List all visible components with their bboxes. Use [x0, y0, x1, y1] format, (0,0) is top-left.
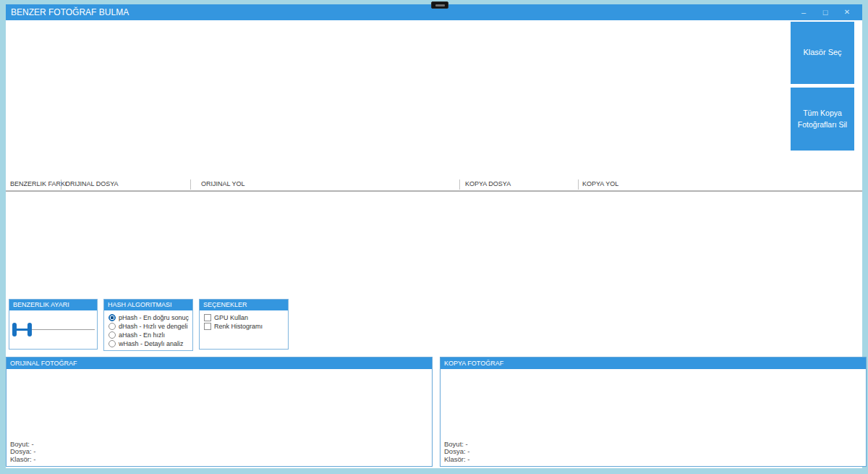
- recorder-overlay-bar: [435, 4, 445, 7]
- column-separator[interactable]: [459, 179, 460, 190]
- checkbox-icon[interactable]: [204, 323, 211, 330]
- checkbox-icon[interactable]: [204, 314, 211, 321]
- minimize-button[interactable]: –: [793, 4, 814, 20]
- results-table-header: BENZERLIK FARKI ORIJINAL DOSYA ORIJINAL …: [6, 179, 862, 190]
- hash-groupbox-title: HASH ALGORITMASI: [104, 300, 192, 310]
- copy-photo-preview: [441, 369, 866, 440]
- radio-option-whash[interactable]: wHash - Detaylı analiz: [109, 339, 192, 348]
- radio-label: dHash - Hızlı ve dengeli: [119, 323, 188, 330]
- similarity-groupbox: BENZERLIK AYARI: [9, 299, 98, 350]
- column-header-kopya-dosya[interactable]: KOPYA DOSYA: [465, 180, 511, 187]
- results-table-body[interactable]: [6, 192, 862, 295]
- info-file: Dosya: -: [444, 448, 469, 456]
- radio-option-ahash[interactable]: aHash - En hızlı: [109, 331, 192, 339]
- original-photo-panel: ORIJINAL FOTOĞRAF Boyut: - Dosya: - Klas…: [6, 357, 433, 467]
- radio-icon[interactable]: [109, 331, 116, 339]
- column-separator[interactable]: [190, 179, 191, 190]
- column-header-orijinal-dosya[interactable]: ORIJINAL DOSYA: [65, 180, 119, 187]
- checkbox-label: GPU Kullan: [214, 314, 248, 321]
- similarity-groupbox-title: BENZERLIK AYARI: [9, 300, 97, 310]
- app-frame: BENZER FOTOĞRAF BULMA – □ ✕ Klasör Seç T…: [0, 0, 868, 474]
- column-separator[interactable]: [578, 179, 579, 190]
- column-header-benzerlik-farki[interactable]: BENZERLIK FARKI: [10, 180, 67, 187]
- checkbox-label: Renk Histogramı: [214, 323, 263, 330]
- slider-thumb[interactable]: [27, 323, 32, 337]
- options-groupbox-title: SEÇENEKLER: [200, 300, 288, 310]
- maximize-button[interactable]: □: [814, 4, 836, 20]
- checkbox-option-gpu[interactable]: GPU Kullan: [204, 313, 288, 322]
- radio-label: wHash - Detaylı analiz: [119, 340, 184, 347]
- checkbox-option-histogram[interactable]: Renk Histogramı: [204, 322, 288, 331]
- similarity-slider[interactable]: [9, 310, 97, 349]
- radio-label: pHash - En doğru sonuç: [119, 314, 189, 321]
- original-photo-preview: [7, 369, 432, 440]
- column-separator[interactable]: [61, 179, 61, 190]
- slider-origin-thumb[interactable]: [12, 323, 17, 337]
- radio-icon[interactable]: [109, 314, 116, 321]
- options-groupbox: SEÇENEKLER GPU Kullan Renk Histogramı: [199, 299, 289, 350]
- delete-all-copies-button[interactable]: Tüm Kopya Fotoğrafları Sil: [791, 88, 854, 151]
- radio-option-dhash[interactable]: dHash - Hızlı ve dengeli: [109, 322, 192, 331]
- info-file: Dosya: -: [10, 448, 35, 456]
- column-header-kopya-yol[interactable]: KOPYA YOL: [582, 180, 618, 187]
- select-folder-button[interactable]: Klasör Seç: [791, 22, 854, 84]
- original-photo-info: Boyut: - Dosya: - Klasör: -: [10, 441, 35, 464]
- copy-photo-panel: KOPYA FOTOĞRAF Boyut: - Dosya: - Klasör:…: [440, 357, 867, 467]
- radio-icon[interactable]: [109, 323, 116, 330]
- recorder-overlay-icon[interactable]: [431, 1, 448, 9]
- window-title: BENZER FOTOĞRAF BULMA: [11, 7, 129, 17]
- original-photo-panel-title: ORIJINAL FOTOĞRAF: [7, 357, 432, 369]
- radio-option-phash[interactable]: pHash - En doğru sonuç: [109, 313, 192, 322]
- column-header-orijinal-yol[interactable]: ORIJINAL YOL: [201, 180, 245, 187]
- close-button[interactable]: ✕: [836, 4, 858, 20]
- radio-label: aHash - En hızlı: [119, 331, 165, 339]
- window-controls: – □ ✕: [793, 4, 858, 20]
- info-folder: Klasör: -: [444, 456, 469, 464]
- copy-photo-panel-title: KOPYA FOTOĞRAF: [441, 357, 866, 369]
- copy-photo-info: Boyut: - Dosya: - Klasör: -: [444, 441, 469, 464]
- info-folder: Klasör: -: [10, 456, 35, 464]
- hash-algorithm-groupbox: HASH ALGORITMASI pHash - En doğru sonuç …: [103, 299, 193, 351]
- radio-icon[interactable]: [109, 340, 116, 347]
